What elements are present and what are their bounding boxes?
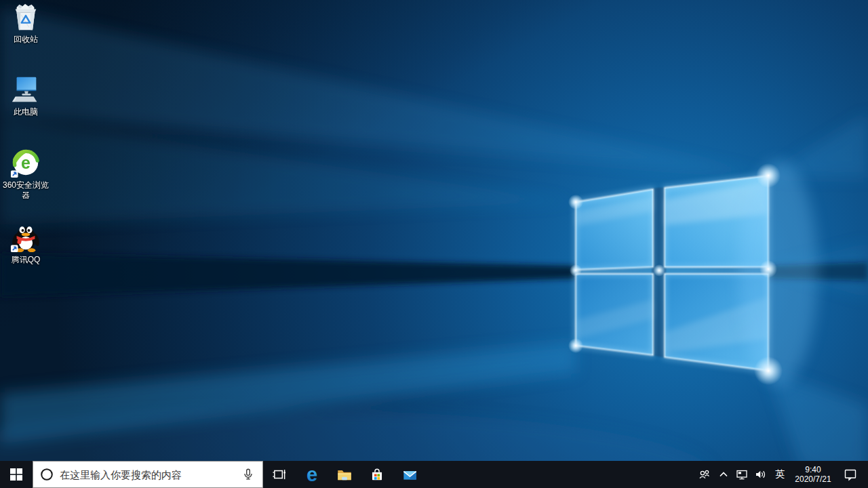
desktop-icon-360-browser[interactable]: e 360安全浏览器 xyxy=(0,147,52,201)
mail-icon xyxy=(401,466,418,483)
360-browser-icon: e xyxy=(10,147,41,178)
tencent-qq-icon xyxy=(10,222,41,253)
taskbar: e xyxy=(0,461,868,488)
store-button[interactable] xyxy=(361,461,393,488)
action-center-button[interactable] xyxy=(837,461,864,488)
desktop-icon-label: 360安全浏览器 xyxy=(1,180,51,201)
network-icon xyxy=(734,467,749,482)
desktop-icon-tencent-qq[interactable]: 腾讯QQ xyxy=(0,222,52,265)
people-button[interactable] xyxy=(694,461,715,488)
desktop-icon-recycle-bin[interactable]: 回收站 xyxy=(0,1,52,45)
mail-button[interactable] xyxy=(393,461,426,488)
svg-text:e: e xyxy=(307,465,317,484)
network-button[interactable] xyxy=(732,461,751,488)
microsoft-store-icon xyxy=(368,466,386,483)
file-explorer-button[interactable] xyxy=(328,461,361,488)
hidden-icons-button[interactable] xyxy=(715,461,732,488)
desktop-icon-this-pc[interactable]: 此电脑 xyxy=(0,74,52,117)
windows-logo-icon xyxy=(10,468,22,481)
start-button[interactable] xyxy=(0,461,33,488)
action-center-icon xyxy=(843,467,858,482)
speaker-icon xyxy=(753,467,768,482)
ime-label: 英 xyxy=(775,468,785,481)
recycle-bin-icon xyxy=(10,1,41,33)
svg-text:e: e xyxy=(21,153,31,172)
microphone-icon[interactable] xyxy=(241,467,256,482)
desktop[interactable]: 回收站 此电脑 e xyxy=(0,0,868,488)
desktop-icon-label: 此电脑 xyxy=(14,107,38,117)
wallpaper xyxy=(0,0,868,488)
people-icon xyxy=(697,467,712,482)
file-explorer-icon xyxy=(336,466,353,483)
edge-button[interactable]: e xyxy=(296,461,328,488)
edge-icon: e xyxy=(302,465,321,484)
this-pc-icon xyxy=(10,74,41,105)
chevron-up-icon xyxy=(717,468,730,481)
clock-date: 2020/7/21 xyxy=(795,474,831,484)
cortana-icon xyxy=(39,467,54,482)
task-view-icon xyxy=(271,466,288,483)
system-tray: 英 9:40 2020/7/21 xyxy=(694,461,868,488)
search-input[interactable] xyxy=(60,469,235,481)
clock-time: 9:40 xyxy=(805,465,821,474)
input-method-indicator[interactable]: 英 xyxy=(770,461,789,488)
volume-button[interactable] xyxy=(751,461,770,488)
desktop-icon-label: 回收站 xyxy=(14,35,38,45)
clock[interactable]: 9:40 2020/7/21 xyxy=(789,461,837,488)
task-view-button[interactable] xyxy=(263,461,296,488)
taskbar-search[interactable] xyxy=(33,461,263,488)
desktop-icon-label: 腾讯QQ xyxy=(12,255,41,265)
